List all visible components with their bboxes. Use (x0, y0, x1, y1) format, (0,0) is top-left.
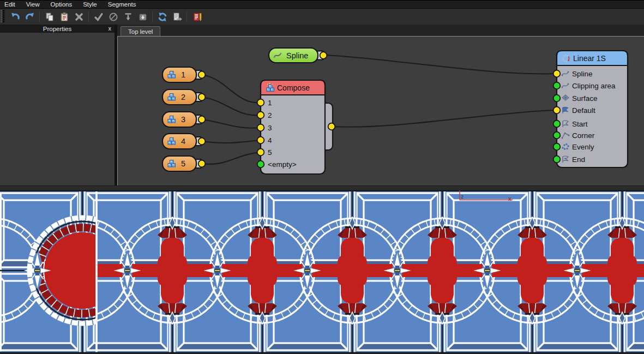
pin-icon (123, 11, 134, 22)
input-port-clippingarea[interactable] (553, 82, 561, 89)
seam-pillar (438, 321, 447, 352)
port-label: End (572, 155, 585, 164)
input-port-start[interactable] (553, 121, 561, 128)
clip-boundary-line (95, 190, 98, 353)
toolbar-separator (152, 11, 153, 22)
wire (202, 119, 261, 128)
import-box-button[interactable] (135, 10, 150, 23)
disable-button[interactable] (106, 10, 121, 23)
copy-button[interactable] (42, 10, 57, 23)
input-port-corner[interactable] (553, 132, 561, 139)
port-label: Surface (572, 94, 598, 103)
tab-top-level[interactable]: Top level (121, 26, 160, 36)
tab-bar: Top level (117, 25, 644, 36)
port-label: 4 (268, 136, 272, 145)
output-port[interactable] (198, 138, 206, 145)
seam-pillar (348, 190, 357, 219)
port-label: Corner (572, 131, 595, 140)
output-port[interactable] (328, 123, 335, 130)
toolbar-separator (186, 11, 187, 22)
port-label: 5 (268, 148, 272, 157)
port-label: <empty> (268, 160, 297, 169)
slash-icon (108, 11, 119, 22)
notes-icon (191, 11, 202, 22)
seam-pillar (438, 190, 447, 219)
input-port-2[interactable] (257, 112, 264, 119)
menu-bar: EditViewOptionsStyleSegments (0, 0, 644, 8)
menu-item-options[interactable]: Options (45, 1, 78, 9)
compose-node[interactable]: Compose12345<empty> (257, 80, 335, 174)
node-title: Linear 1S (573, 54, 606, 63)
paste-button[interactable] (57, 10, 71, 23)
undo-button[interactable] (8, 10, 22, 23)
ornament-default (248, 238, 277, 303)
properties-panel-title: Properties (0, 26, 115, 32)
output-port[interactable] (320, 52, 327, 59)
import-top-button[interactable] (121, 10, 135, 23)
output-port[interactable] (198, 160, 206, 167)
menu-item-edit[interactable]: Edit (0, 1, 21, 9)
node-graph: Spline12345Compose12345<empty>Linear 1SS… (118, 37, 644, 185)
input-port-spline[interactable] (553, 70, 561, 77)
output-port[interactable] (198, 94, 206, 101)
value-node-2[interactable]: 2 (162, 89, 205, 105)
spline-node[interactable]: Spline (269, 48, 327, 63)
redo-button[interactable] (22, 10, 37, 23)
ornament-default (517, 238, 547, 303)
value-node-5[interactable]: 5 (162, 156, 205, 171)
menu-item-view[interactable]: View (21, 1, 45, 9)
input-port-evenly[interactable] (553, 143, 561, 151)
pattern-preview[interactable]: 2x (0, 190, 644, 353)
output-port[interactable] (198, 71, 206, 79)
input-port-surface[interactable] (553, 95, 561, 102)
viewport-divider (0, 185, 644, 190)
ornament-default (428, 238, 457, 303)
refresh-icon (157, 11, 168, 22)
menu-item-style[interactable]: Style (77, 1, 103, 9)
export-button[interactable] (170, 10, 184, 23)
properties-panel: Properties x (0, 25, 115, 185)
port-label: Start (572, 120, 588, 128)
menu-item-segments[interactable]: Segments (103, 1, 142, 9)
input-port-3[interactable] (257, 124, 264, 131)
input-port-1[interactable] (257, 99, 264, 106)
dimension-delete-handle[interactable]: x (508, 196, 511, 202)
value-node-4[interactable]: 4 (162, 134, 205, 149)
node-graph-canvas[interactable]: Spline12345Compose12345<empty>Linear 1SS… (117, 36, 644, 185)
seam-pillar (618, 190, 627, 219)
delete-button[interactable] (71, 10, 86, 23)
log-button[interactable] (189, 10, 204, 23)
input-port-5[interactable] (257, 149, 264, 156)
dimension-label: 2 (461, 194, 464, 200)
linear-1s-node[interactable]: Linear 1SSplineClipping areaSurfaceDefau… (553, 51, 628, 167)
input-port-empty[interactable] (257, 161, 264, 168)
node-label: 4 (181, 137, 185, 146)
port-label: Evenly (572, 143, 594, 151)
input-port-default[interactable] (553, 107, 561, 114)
redo-icon (25, 11, 35, 22)
node-label: 3 (181, 115, 185, 124)
refresh-button[interactable] (155, 10, 170, 23)
undo-icon (10, 11, 21, 22)
copy-icon (44, 11, 55, 22)
value-node-1[interactable]: 1 (162, 67, 205, 82)
input-port-end[interactable] (553, 156, 561, 163)
wire (202, 97, 261, 115)
confirm-button[interactable] (91, 10, 106, 23)
seam-pillar (79, 190, 87, 219)
output-port[interactable] (198, 116, 206, 123)
check-icon (93, 11, 104, 22)
ornament-default (607, 238, 637, 303)
node-label: Spline (286, 51, 308, 60)
port-label: 3 (268, 124, 272, 132)
properties-panel-header[interactable]: Properties x (0, 25, 115, 33)
port-label: 1 (268, 99, 272, 107)
close-icon[interactable]: x (108, 25, 111, 33)
toolbar-separator (39, 11, 40, 22)
export-icon (172, 11, 183, 22)
node-title: Compose (277, 83, 310, 92)
toolbar-grip[interactable] (1, 10, 6, 23)
value-node-3[interactable]: 3 (162, 112, 205, 127)
input-port-4[interactable] (257, 137, 264, 144)
wire (202, 140, 261, 143)
